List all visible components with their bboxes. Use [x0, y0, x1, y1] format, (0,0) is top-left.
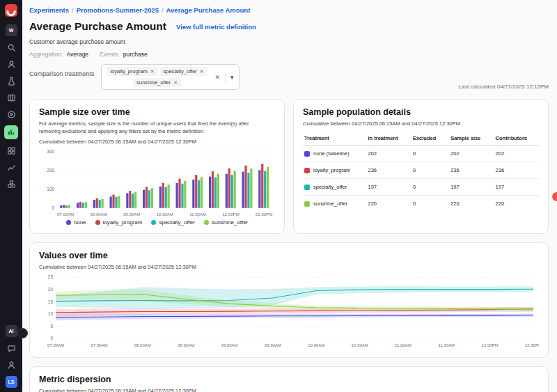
svg-text:0: 0	[50, 336, 53, 340]
svg-text:09:30AM: 09:30AM	[265, 343, 281, 347]
svg-text:20: 20	[48, 287, 54, 292]
breadcrumb-experiment-name[interactable]: Promotions-Summer-2025	[77, 6, 159, 14]
chip-remove-icon[interactable]: ✕	[200, 69, 204, 75]
table-header-row: Treatment In treatment Excluded Sample s…	[303, 132, 539, 146]
treatment-color-swatch	[304, 201, 310, 207]
holdouts-icon[interactable]	[6, 178, 17, 189]
svg-text:12:00PM: 12:00PM	[222, 212, 239, 217]
metric-subtitle: Customer average purchase amount	[29, 38, 549, 45]
population-title: Sample population details	[303, 107, 539, 117]
clear-all-icon[interactable]: ✕	[215, 74, 221, 81]
insights-icon[interactable]	[6, 162, 17, 173]
view-metric-definition-link[interactable]: View full metric definition	[176, 23, 256, 31]
col-excluded: Excluded	[411, 132, 449, 146]
svg-text:10:00AM: 10:00AM	[308, 343, 324, 347]
legend-item-sunshine-offer[interactable]: sunshine_offer	[204, 219, 248, 226]
user-badge-ls[interactable]: LS	[6, 376, 17, 388]
breadcrumb-metric-name[interactable]: Average Purchase Amount	[166, 6, 251, 14]
table-row: loyalty_program 236 0 236 236	[303, 162, 539, 179]
svg-text:08:30AM: 08:30AM	[178, 343, 194, 347]
col-in-treatment: In treatment	[367, 132, 411, 146]
breadcrumb-separator: /	[72, 6, 74, 14]
svg-text:09:00AM: 09:00AM	[221, 343, 237, 347]
values-cumulative: Cumulative between 04/27/2025 06:15AM an…	[39, 264, 539, 270]
svg-text:08:00AM: 08:00AM	[91, 212, 107, 217]
dispersion-cumulative: Cumulative between 04/27/2025 06:15AM an…	[39, 388, 539, 392]
legend-dot	[95, 220, 100, 225]
svg-text:5: 5	[50, 324, 53, 329]
svg-text:07:00AM: 07:00AM	[47, 343, 64, 347]
table-row: specialty_offer 197 0 197 197	[303, 179, 539, 196]
legend-item-loyalty-program[interactable]: loyalty_program	[95, 219, 143, 226]
legend-dot	[204, 220, 209, 225]
select-divider	[225, 71, 226, 84]
col-treatment: Treatment	[303, 132, 367, 146]
svg-text:11:30AM: 11:30AM	[438, 343, 455, 347]
svg-text:0: 0	[52, 205, 55, 210]
table-row: none (baseline) 202 0 202 202	[303, 146, 539, 162]
chip-specialty-offer[interactable]: specialty_offer ✕	[160, 67, 207, 76]
svg-text:01:00PM: 01:00PM	[256, 212, 272, 217]
population-table: Treatment In treatment Excluded Sample s…	[303, 132, 539, 212]
svg-text:07:30AM: 07:30AM	[91, 343, 107, 347]
search-icon[interactable]	[6, 42, 17, 53]
treatment-chips: loyalty_program ✕ specialty_offer ✕ suns…	[104, 67, 210, 87]
chip-remove-icon[interactable]: ✕	[150, 69, 155, 75]
chip-sunshine-offer[interactable]: sunshine_offer ✕	[133, 78, 181, 87]
legend-dot	[151, 220, 156, 225]
population-cumulative: Cumulative between 04/27/2025 06:15AM an…	[303, 120, 539, 127]
svg-text:15: 15	[48, 299, 54, 304]
col-sample-size: Sample size	[449, 132, 494, 146]
values-over-time-card: Values over time Cumulative between 04/2…	[29, 242, 549, 358]
right-edge-tab[interactable]	[552, 192, 557, 201]
metrics-icon-active[interactable]	[4, 125, 18, 139]
svg-text:11:00AM: 11:00AM	[189, 212, 206, 217]
svg-text:10:00AM: 10:00AM	[156, 212, 173, 217]
metric-dispersion-card: Metric dispersion Cumulative between 04/…	[29, 366, 549, 392]
feature-gates-icon[interactable]	[6, 92, 17, 103]
breadcrumb: Experiments / Promotions-Summer-2025 / A…	[29, 6, 549, 14]
comparison-label: Comparison treatments	[29, 64, 95, 77]
treatment-color-swatch	[304, 151, 310, 157]
sample-size-card: Sample size over time For average metric…	[29, 99, 285, 234]
floating-assistant-button[interactable]	[17, 328, 28, 338]
chevron-down-icon[interactable]: ▾	[230, 74, 234, 81]
values-over-time-chart: 051015202507:00AM07:30AM08:00AM08:30AM09…	[39, 273, 539, 350]
chip-remove-icon[interactable]: ✕	[173, 80, 178, 86]
svg-text:100: 100	[47, 187, 54, 191]
svg-text:07:00AM: 07:00AM	[57, 212, 74, 217]
treatment-color-swatch	[304, 185, 310, 190]
sample-size-chart: 010020030007:00AM08:00AM09:00AM10:00AM11…	[39, 148, 275, 218]
treatments-multiselect[interactable]: loyalty_program ✕ specialty_offer ✕ suns…	[101, 64, 240, 90]
main-content: Experiments / Promotions-Summer-2025 / A…	[22, 0, 557, 392]
user-icon[interactable]	[6, 359, 17, 370]
experiments-icon[interactable]	[6, 75, 17, 86]
col-contributors: Contributors	[494, 132, 539, 146]
treatment-color-swatch	[304, 168, 310, 173]
svg-text:09:00AM: 09:00AM	[123, 212, 140, 217]
people-icon[interactable]	[6, 58, 17, 70]
svg-text:25: 25	[48, 274, 54, 279]
legend-dot	[66, 220, 71, 225]
svg-text:12:00PM: 12:00PM	[482, 343, 499, 347]
svg-text:08:00AM: 08:00AM	[134, 343, 151, 347]
dynamic-config-icon[interactable]	[6, 145, 17, 156]
svg-text:11:00AM: 11:00AM	[395, 343, 411, 347]
aggregation-row: Aggregation: Average Events: purchase	[29, 51, 549, 58]
ai-badge[interactable]: AI	[6, 325, 17, 337]
dispersion-title: Metric dispersion	[39, 375, 539, 384]
statsig-logo[interactable]	[5, 4, 17, 17]
comparison-row: Comparison treatments loyalty_program ✕ …	[29, 64, 549, 90]
svg-text:12:30PM: 12:30PM	[525, 343, 539, 347]
events-value: purchase	[123, 51, 148, 58]
legend-item-specialty-offer[interactable]: specialty_offer	[151, 219, 194, 226]
legend-item-none[interactable]: none	[66, 219, 86, 226]
aggregation-label: Aggregation:	[29, 51, 63, 58]
sidebar-bottom: AI LS	[6, 325, 17, 388]
events-label: Events:	[100, 51, 119, 58]
chat-icon[interactable]	[6, 343, 17, 354]
chip-loyalty-program[interactable]: loyalty_program ✕	[107, 67, 157, 76]
pulse-icon[interactable]	[6, 109, 17, 120]
breadcrumb-experiments[interactable]: Experiments	[29, 6, 69, 14]
workspace-badge[interactable]: W	[6, 24, 17, 36]
